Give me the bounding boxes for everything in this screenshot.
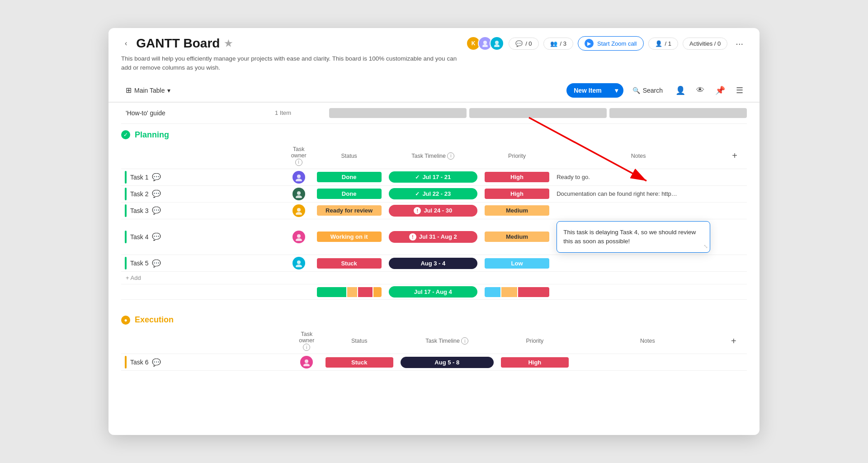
exec-timeline-info-icon[interactable]: i [461, 337, 468, 345]
comment-bubble-icon[interactable]: 💬 [152, 206, 161, 215]
comment-bubble-icon[interactable]: 💬 [152, 358, 161, 367]
search-button[interactable]: 🔍 Search [627, 84, 668, 97]
notes-cell [553, 202, 724, 219]
col-owner-header: Task owner i [284, 143, 313, 169]
timeline-cell[interactable]: Aug 5 - 8 [397, 354, 497, 371]
svg-point-17 [303, 364, 310, 366]
filter-button[interactable]: ☰ [732, 83, 747, 98]
howto-bar-2 [469, 108, 607, 118]
exec-col-add: + [723, 328, 747, 354]
status-cell[interactable]: Done [313, 169, 385, 185]
timeline-cell[interactable]: ✓ Jul 22 - 23 [385, 185, 481, 202]
table-row: Task 3 💬 Ready for review [121, 202, 747, 219]
summary-status-bars [317, 287, 382, 297]
exec-add-column-button[interactable]: + [727, 335, 740, 347]
priority-cell[interactable]: Medium [481, 202, 553, 219]
timeline-badge[interactable]: Aug 3 - 4 [389, 258, 477, 269]
star-icon[interactable]: ★ [224, 38, 232, 49]
priority-cell[interactable]: High [481, 169, 553, 185]
timeline-cell[interactable]: Aug 3 - 4 [385, 255, 481, 272]
timeline-badge[interactable]: ! Jul 24 - 30 [389, 205, 477, 217]
board-title-text: GANTT Board [136, 36, 220, 51]
status-cell[interactable]: Ready for review [313, 202, 385, 219]
priority-cell[interactable]: High [481, 185, 553, 202]
priority-cell[interactable]: Medium [481, 219, 553, 255]
priority-badge[interactable]: Medium [485, 232, 549, 242]
add-task-label[interactable]: + Add [121, 272, 747, 284]
timeline-badge[interactable]: ✓ Jul 17 - 21 [389, 171, 477, 183]
comment-bubble-icon[interactable]: 💬 [152, 232, 161, 241]
main-table-button[interactable]: ⊞ Main Table ▾ [121, 83, 175, 97]
exec-col-owner: Task owner i [292, 328, 322, 354]
status-badge[interactable]: Working on it [317, 232, 382, 242]
eye-button[interactable]: 👁 [693, 83, 708, 98]
board-description: This board will help you efficiently man… [108, 51, 479, 79]
col-notes-header: Notes [553, 143, 724, 169]
collapse-button[interactable]: ‹ [121, 38, 131, 49]
zoom-label: Start Zoom call [597, 40, 637, 47]
status-cell[interactable]: Stuck [313, 255, 385, 272]
comments-button[interactable]: 💬 / 0 [509, 38, 538, 50]
priority-badge[interactable]: Medium [485, 205, 549, 216]
timeline-cell[interactable]: ! Jul 24 - 30 [385, 202, 481, 219]
status-badge[interactable]: Done [317, 189, 382, 199]
user-count-button[interactable]: 👤 / 1 [648, 38, 678, 50]
timeline-cell[interactable]: ✓ Jul 17 - 21 [385, 169, 481, 185]
summary-owner [284, 284, 313, 300]
summary-priority-bars [485, 287, 549, 297]
comment-bubble-icon[interactable]: 💬 [152, 259, 161, 268]
more-button[interactable]: ··· [732, 37, 747, 51]
priority-cell[interactable]: High [497, 354, 572, 371]
planning-group-header: ✓ Planning [121, 124, 747, 143]
svg-point-4 [495, 41, 499, 44]
avatar-group[interactable]: K [466, 36, 504, 51]
status-badge[interactable]: Stuck [326, 357, 393, 368]
col-add-header: + [724, 143, 747, 169]
timeline-cell[interactable]: ! Jul 31 - Aug 2 [385, 219, 481, 255]
activities-button[interactable]: Activities / 0 [683, 38, 727, 50]
sum-bar-done [317, 287, 346, 297]
comment-bubble-icon[interactable]: 💬 [152, 189, 161, 198]
add-task-row[interactable]: + Add [121, 272, 747, 284]
task-color-bar [125, 257, 127, 269]
resize-icon[interactable]: ⤡ [703, 242, 708, 250]
execution-group-icon[interactable]: ● [121, 316, 130, 325]
planning-group-icon[interactable]: ✓ [121, 130, 130, 139]
status-badge[interactable]: Stuck [317, 258, 382, 269]
new-item-button[interactable]: New Item ▾ [566, 83, 623, 98]
timeline-info-icon[interactable]: i [447, 152, 454, 160]
priority-badge[interactable]: High [501, 357, 569, 368]
exec-task-owner-info-icon[interactable]: i [303, 344, 310, 351]
priority-cell[interactable]: Low [481, 255, 553, 272]
avatar-third [490, 36, 504, 51]
status-cell[interactable]: Stuck [322, 354, 397, 371]
task-owner-cell [284, 255, 313, 272]
task-color-bar [125, 204, 127, 217]
comment-bubble-icon[interactable]: 💬 [152, 173, 161, 181]
invite-button[interactable]: 👥 / 3 [543, 38, 573, 50]
status-badge[interactable]: Done [317, 172, 382, 182]
pin-button[interactable]: 📌 [712, 83, 729, 98]
add-column-button[interactable]: + [728, 150, 741, 162]
status-cell[interactable]: Working on it [313, 219, 385, 255]
zoom-button[interactable]: ▶ Start Zoom call [578, 36, 643, 51]
timeline-badge[interactable]: ! Jul 31 - Aug 2 [389, 231, 477, 243]
timeline-badge[interactable]: ✓ Jul 22 - 23 [389, 188, 477, 199]
toolbar: ⊞ Main Table ▾ New Item ▾ 🔍 Search 👤 👁 📌… [108, 79, 760, 103]
notes-popup[interactable]: This task is delaying Task 4, so we shou… [557, 221, 710, 253]
status-badge[interactable]: Ready for review [317, 205, 382, 216]
priority-badge[interactable]: Low [485, 258, 549, 269]
task-owner-info-icon[interactable]: i [295, 159, 302, 166]
person-filter-button[interactable]: 👤 [672, 83, 689, 98]
user-count: / 1 [665, 40, 671, 47]
exclaim-icon: ! [409, 233, 416, 241]
priority-badge[interactable]: High [485, 172, 549, 182]
status-cell[interactable]: Done [313, 185, 385, 202]
timeline-badge[interactable]: Aug 5 - 8 [401, 357, 494, 368]
howto-row: 'How-to' guide 1 Item [121, 103, 747, 124]
summary-timeline-badge: Jul 17 - Aug 4 [389, 286, 477, 298]
howto-title: 'How-to' guide [121, 109, 275, 117]
table-row: Task 6 💬 Stuck Aug 5 - 8 [121, 354, 747, 371]
comments-count: / 0 [525, 40, 532, 47]
priority-badge[interactable]: High [485, 189, 549, 199]
